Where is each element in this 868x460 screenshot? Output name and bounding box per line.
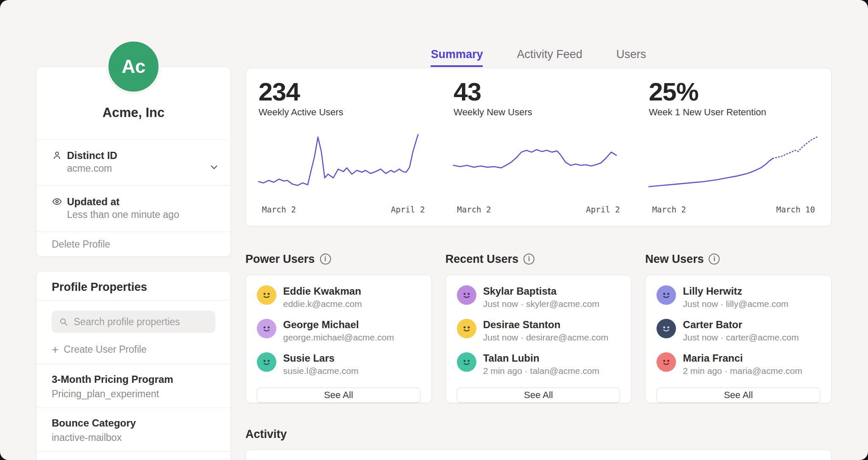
- see-all-button[interactable]: See All: [457, 388, 620, 403]
- property-value: Pricing_plan_experiment: [52, 388, 215, 401]
- smiley-face-icon: [659, 355, 673, 369]
- stat-label: Weekly New Users: [453, 106, 623, 118]
- property-item[interactable]: 3-Month Pricing Program Pricing_plan_exp…: [36, 364, 231, 407]
- axis-start-label: March 2: [262, 205, 296, 214]
- user-subtitle: george.michael@acme.com: [283, 332, 394, 343]
- smiley-face-icon: [259, 321, 274, 336]
- see-all-button[interactable]: See All: [257, 388, 420, 403]
- activity-section-title: Activity: [245, 428, 832, 441]
- see-all-button[interactable]: See All: [657, 388, 820, 403]
- profile-sidebar: Ac Acme, Inc Distinct ID acme.com: [36, 0, 231, 460]
- section-title: New Users: [645, 253, 704, 266]
- smiley-face-icon: [459, 355, 474, 369]
- list-item[interactable]: Lilly Herwitz Just now · lilly@acme.com: [657, 285, 820, 309]
- new-users-card: Lilly Herwitz Just now · lilly@acme.com: [645, 275, 832, 403]
- user-avatar: [257, 352, 276, 372]
- tab-summary[interactable]: Summary: [431, 47, 483, 67]
- axis-end-label: April 2: [391, 205, 425, 214]
- list-item[interactable]: Susie Lars susie.l@acme.com: [257, 352, 420, 376]
- user-avatar: [257, 285, 276, 305]
- x-axis-labels: March 2 March 10: [649, 205, 818, 214]
- user-name[interactable]: Maria Franci: [683, 352, 802, 364]
- user-subtitle: Just now · carter@acme.com: [683, 332, 798, 343]
- new-users-section: New Users i Lilly He: [645, 252, 832, 403]
- x-axis-labels: March 2 April 2: [453, 205, 623, 214]
- list-item[interactable]: Skylar Baptista Just now · skyler@acme.c…: [457, 285, 620, 309]
- smiley-face-icon: [459, 288, 474, 302]
- list-item[interactable]: George Michael george.michael@acme.com: [257, 319, 420, 343]
- user-subtitle: Just now · desirare@acme.com: [483, 332, 609, 343]
- info-icon[interactable]: i: [523, 254, 534, 265]
- user-name[interactable]: Lilly Herwitz: [683, 285, 788, 297]
- user-name[interactable]: Susie Lars: [283, 352, 359, 364]
- section-title: Recent Users: [445, 253, 519, 266]
- power-users-card: Eddie Kwakman eddie.k@acme.com: [245, 275, 432, 403]
- list-item[interactable]: Desirae Stanton Just now · desirare@acme…: [457, 319, 620, 343]
- sleeping-face-icon: [659, 321, 673, 336]
- search-input[interactable]: [52, 311, 215, 333]
- activity-stat: 234: [246, 450, 441, 460]
- list-item[interactable]: Maria Franci 2 min ago · maria@acme.com: [657, 352, 820, 376]
- x-axis-labels: March 2 April 2: [259, 205, 428, 214]
- info-icon[interactable]: i: [320, 254, 331, 265]
- user-name[interactable]: George Michael: [283, 319, 394, 331]
- updated-at-value: Less than one minute ago: [67, 208, 179, 221]
- property-item[interactable]: Browser Chrome: [36, 452, 231, 460]
- smiley-face-icon: [259, 355, 274, 369]
- profile-properties-title: Profile Properties: [36, 271, 231, 300]
- list-item[interactable]: Talan Lubin 2 min ago · talan@acme.com: [457, 352, 620, 376]
- plus-icon: +: [52, 345, 58, 355]
- chevron-down-icon[interactable]: [209, 162, 220, 173]
- power-users-section: Power Users i Eddie: [245, 252, 432, 403]
- retention-line-chart: [649, 133, 818, 195]
- user-subtitle: eddie.k@acme.com: [283, 298, 362, 309]
- create-user-profile-button[interactable]: + Create User Profile: [52, 344, 215, 355]
- stat-value: 43: [453, 78, 623, 106]
- distinct-id-value: acme.com: [67, 162, 117, 175]
- company-avatar: Ac: [106, 39, 161, 94]
- user-subtitle: Just now · lilly@acme.com: [683, 298, 788, 309]
- user-name[interactable]: Eddie Kwakman: [283, 285, 362, 297]
- smiley-face-icon: [259, 288, 274, 302]
- updated-at-label: Updated at: [67, 195, 179, 208]
- list-item[interactable]: Carter Bator Just now · carter@acme.com: [657, 319, 820, 343]
- axis-end-label: April 2: [586, 205, 620, 214]
- axis-end-label: March 10: [776, 205, 815, 214]
- delete-profile-button[interactable]: Delete Profile: [36, 232, 231, 256]
- user-name[interactable]: Talan Lubin: [483, 352, 600, 364]
- user-subtitle: susie.l@acme.com: [283, 365, 359, 376]
- main-content: Summary Activity Feed Users 234 Weekly A…: [245, 0, 832, 460]
- axis-start-label: March 2: [457, 205, 491, 214]
- user-name[interactable]: Skylar Baptista: [483, 285, 600, 297]
- user-name[interactable]: Desirae Stanton: [483, 319, 609, 331]
- activity-stat: 3.4k: [636, 450, 831, 460]
- stat-week1-retention: 25% Week 1 New User Retention March 2 Ma…: [636, 68, 831, 226]
- property-label: 3-Month Pricing Program: [52, 373, 215, 386]
- user-avatar: [657, 319, 676, 338]
- summary-stats-card: 234 Weekly Active Users March 2 April 2 …: [245, 68, 832, 226]
- search-wrap: [52, 311, 215, 333]
- property-item[interactable]: Bounce Category inactive-mailbox: [36, 408, 231, 451]
- distinct-id-label: Distinct ID: [67, 149, 117, 162]
- activity-stat: 240: [441, 450, 636, 460]
- user-avatar: [457, 352, 476, 372]
- property-value: inactive-mailbox: [52, 431, 215, 444]
- user-avatar: [457, 319, 476, 338]
- user-name[interactable]: Carter Bator: [683, 319, 798, 331]
- property-label: Bounce Category: [52, 416, 215, 429]
- list-item[interactable]: Eddie Kwakman eddie.k@acme.com: [257, 285, 420, 309]
- tab-users[interactable]: Users: [616, 47, 646, 67]
- stat-label: Week 1 New User Retention: [649, 106, 818, 118]
- activity-stats-card: 234 240 3.4k: [245, 449, 832, 460]
- weekly-new-users-line-chart: [453, 133, 623, 195]
- tab-activity-feed[interactable]: Activity Feed: [517, 47, 582, 67]
- info-icon[interactable]: i: [709, 254, 720, 265]
- profile-properties-card: Profile Properties + Create User Profile…: [36, 271, 231, 460]
- tab-bar: Summary Activity Feed Users: [245, 47, 832, 67]
- user-subtitle: 2 min ago · maria@acme.com: [683, 365, 802, 376]
- stat-value: 25%: [649, 78, 818, 106]
- user-avatar: [657, 352, 676, 372]
- user-avatar: [257, 319, 276, 338]
- smiley-face-icon: [659, 288, 673, 302]
- distinct-id-row[interactable]: Distinct ID acme.com: [36, 139, 231, 185]
